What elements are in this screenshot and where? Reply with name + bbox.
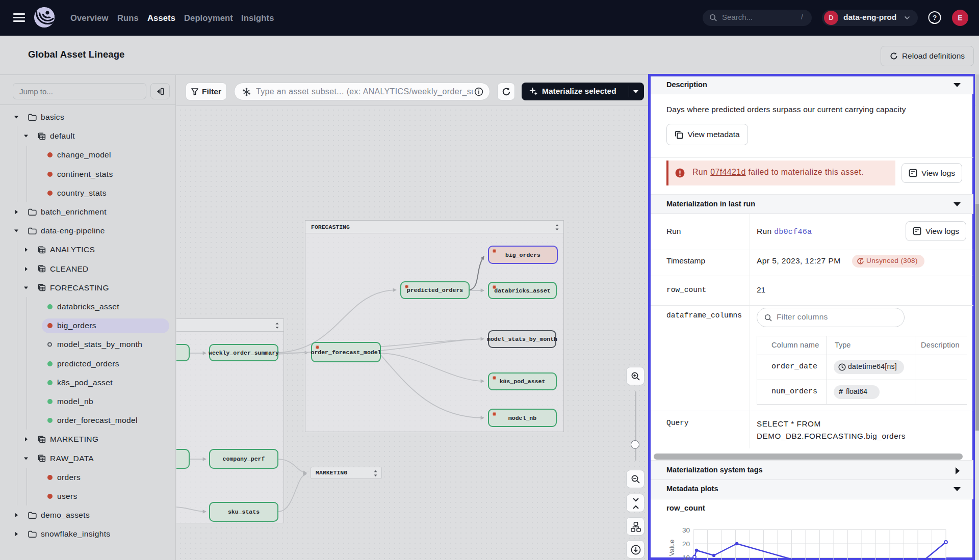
svg-text:?: ? [933,14,937,21]
svg-text:Value: Value [668,540,676,556]
svg-text:10: 10 [682,554,690,560]
svg-text:30: 30 [682,526,690,534]
svg-text:20: 20 [682,540,690,548]
